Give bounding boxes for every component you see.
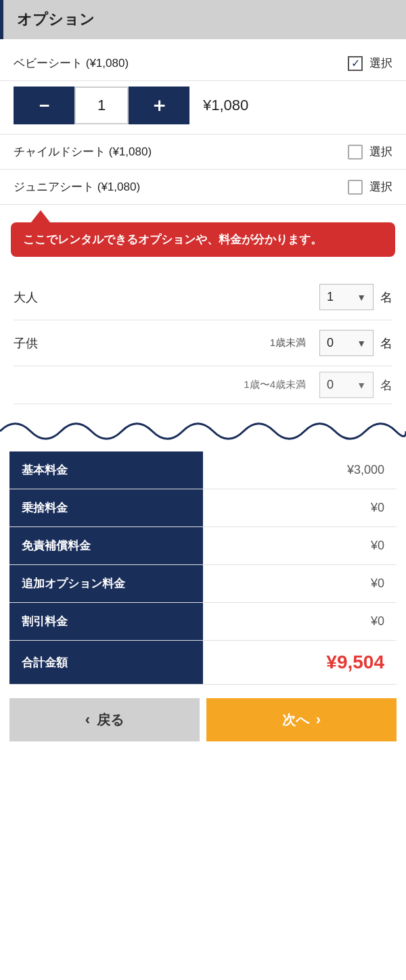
- passengers-section: 大人 1 ▼ 名 子供 1歳未満 0 ▼ 名 1歳〜4歳未満 0 ▼ 名: [0, 268, 406, 411]
- adult-unit: 名: [380, 289, 392, 305]
- adult-label: 大人: [14, 289, 54, 305]
- price-row-3: 追加オプション料金¥0: [9, 565, 397, 603]
- child-value-1: 0: [327, 336, 334, 350]
- select-label-junior-seat: 選択: [369, 179, 392, 195]
- price-value-3: ¥0: [203, 565, 397, 603]
- child-sub1: 1歳未満: [61, 337, 306, 349]
- price-row-4: 割引料金¥0: [9, 603, 397, 641]
- child-arrow-1: ▼: [357, 338, 366, 349]
- next-button[interactable]: 次へ ›: [206, 698, 397, 741]
- price-row-0: 基本料金¥3,000: [9, 451, 397, 489]
- stepper-row-baby-seat: － 1 ＋ ¥1,080: [0, 81, 406, 134]
- child-sub2: 1歳〜4歳未満: [14, 378, 306, 391]
- price-value-0: ¥3,000: [203, 451, 397, 489]
- price-label-3: 追加オプション料金: [9, 565, 203, 603]
- wave-divider: [0, 418, 406, 445]
- price-row-2: 免責補償料金¥0: [9, 527, 397, 565]
- bottom-nav: ‹ 戻る 次へ ›: [9, 698, 397, 741]
- select-label-baby-seat: 選択: [369, 55, 392, 71]
- child-select-1[interactable]: 0 ▼: [319, 330, 374, 356]
- price-row-1: 乗捨料金¥0: [9, 489, 397, 527]
- total-row: 合計金額 ¥9,504: [9, 641, 397, 685]
- option-label-child-seat: チャイルドシート (¥1,080): [14, 144, 152, 160]
- total-label: 合計金額: [9, 641, 203, 685]
- option-select-baby-seat[interactable]: ✓ 選択: [348, 55, 392, 71]
- price-label-2: 免責補償料金: [9, 527, 203, 565]
- stepper-minus-button[interactable]: －: [14, 87, 74, 124]
- option-row-baby-seat: ベビーシート (¥1,080) ✓ 選択: [0, 46, 406, 81]
- child-row-2: 1歳〜4歳未満 0 ▼ 名: [14, 366, 392, 404]
- child-value-2: 0: [327, 378, 334, 392]
- child-unit-1: 名: [380, 335, 392, 351]
- adult-value: 1: [327, 290, 334, 304]
- option-row-child-seat: チャイルドシート (¥1,080) 選択: [0, 134, 406, 170]
- stepper-value: 1: [74, 87, 129, 124]
- option-select-junior-seat[interactable]: 選択: [348, 179, 392, 195]
- price-label-4: 割引料金: [9, 603, 203, 641]
- child-unit-2: 名: [380, 377, 392, 393]
- adult-row: 大人 1 ▼ 名: [14, 274, 392, 320]
- total-value: ¥9,504: [203, 641, 397, 685]
- option-label-baby-seat: ベビーシート (¥1,080): [14, 55, 129, 71]
- child-arrow-2: ▼: [357, 380, 366, 391]
- price-label-0: 基本料金: [9, 451, 203, 489]
- checkbox-baby-seat[interactable]: ✓: [348, 56, 363, 71]
- adult-select-arrow: ▼: [357, 292, 366, 303]
- tooltip-box: ここでレンタルできるオプションや、料金が分かります。: [11, 222, 395, 257]
- checkbox-junior-seat[interactable]: [348, 180, 363, 195]
- option-select-child-seat[interactable]: 選択: [348, 144, 392, 160]
- next-label: 次へ: [282, 711, 309, 729]
- stepper-plus-button[interactable]: ＋: [129, 87, 189, 124]
- back-icon: ‹: [85, 711, 90, 729]
- back-label: 戻る: [97, 711, 124, 729]
- select-label-child-seat: 選択: [369, 144, 392, 160]
- price-table: 基本料金¥3,000乗捨料金¥0免責補償料金¥0追加オプション料金¥0割引料金¥…: [9, 451, 397, 685]
- adult-select[interactable]: 1 ▼: [319, 284, 374, 310]
- child-label: 子供: [14, 335, 54, 351]
- stepper-price: ¥1,080: [203, 97, 248, 114]
- option-label-junior-seat: ジュニアシート (¥1,080): [14, 179, 140, 195]
- tooltip-container: ここでレンタルできるオプションや、料金が分かります。: [11, 210, 395, 257]
- next-icon: ›: [316, 711, 321, 729]
- child-row-1: 子供 1歳未満 0 ▼ 名: [14, 320, 392, 366]
- tooltip-arrow: [31, 210, 50, 222]
- price-value-1: ¥0: [203, 489, 397, 527]
- back-button[interactable]: ‹ 戻る: [9, 698, 200, 741]
- child-select-2[interactable]: 0 ▼: [319, 372, 374, 398]
- price-label-1: 乗捨料金: [9, 489, 203, 527]
- options-header: オプション: [0, 0, 406, 39]
- price-value-2: ¥0: [203, 527, 397, 565]
- checkbox-child-seat[interactable]: [348, 145, 363, 160]
- tooltip-text: ここでレンタルできるオプションや、料金が分かります。: [23, 233, 322, 246]
- option-row-junior-seat: ジュニアシート (¥1,080) 選択: [0, 170, 406, 205]
- price-value-4: ¥0: [203, 603, 397, 641]
